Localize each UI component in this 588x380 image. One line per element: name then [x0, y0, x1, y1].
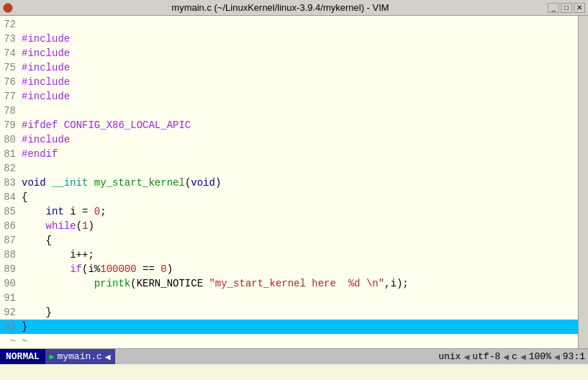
- line-content: #ifdef CONFIG_X86_LOCAL_APIC: [22, 118, 191, 132]
- window-controls: _ □ ✕: [548, 3, 585, 13]
- maximize-button[interactable]: □: [561, 3, 572, 13]
- window-title: mymain.c (~/LinuxKernel/linux-3.9.4/myke…: [13, 2, 548, 13]
- table-row: 76#include: [0, 75, 578, 89]
- play-icon: ▶: [50, 352, 55, 361]
- line-content: #include: [22, 60, 76, 75]
- line-content: int i = 0;: [22, 204, 107, 219]
- line-number: 72: [0, 17, 22, 32]
- line-content: while(1): [22, 219, 94, 233]
- status-right: unix ◀ utf-8 ◀ c ◀ 100% ◀ 93:1: [115, 351, 588, 363]
- line-number: 89: [0, 262, 22, 276]
- vim-mode: NORMAL: [0, 349, 45, 364]
- table-row: 73#include: [0, 32, 578, 46]
- line-content: #include: [22, 132, 76, 147]
- line-content: [22, 161, 27, 176]
- table-row: 91: [0, 291, 578, 305]
- table-row: 87 {: [0, 233, 578, 248]
- line-content: #include: [22, 75, 76, 89]
- table-row: 86 while(1): [0, 219, 578, 233]
- line-content: i++;: [22, 248, 94, 262]
- line-number: 79: [0, 118, 22, 132]
- table-row: 90 printk(KERN_NOTICE "my_start_kernel h…: [0, 276, 578, 291]
- line-number: 90: [0, 276, 22, 291]
- table-row: 80#include: [0, 132, 578, 147]
- table-row: 84{: [0, 190, 578, 204]
- line-content: ~: [22, 334, 27, 348]
- table-row: 79#ifdef CONFIG_X86_LOCAL_APIC: [0, 118, 578, 132]
- line-content: }: [22, 320, 27, 334]
- line-content: {: [22, 233, 52, 248]
- table-row: 85 int i = 0;: [0, 204, 578, 219]
- line-content: [22, 291, 27, 305]
- line-content: #include: [22, 89, 76, 104]
- line-number: 92: [0, 305, 22, 320]
- line-number: 83: [0, 176, 22, 190]
- line-content: [22, 17, 27, 32]
- line-number: 88: [0, 248, 22, 262]
- close-button[interactable]: ✕: [574, 3, 585, 13]
- scrollbar[interactable]: [578, 16, 588, 348]
- status-filetype: c: [512, 351, 517, 362]
- line-number: 77: [0, 89, 22, 104]
- line-content: printk(KERN_NOTICE "my_start_kernel here…: [22, 276, 409, 291]
- status-position: 93:1: [563, 351, 585, 362]
- line-number: 91: [0, 291, 22, 305]
- status-percent: 100%: [529, 351, 551, 362]
- table-row: 92 }: [0, 305, 578, 320]
- sep1: ◀: [463, 351, 469, 363]
- table-row: 82: [0, 161, 578, 176]
- line-content: #endif: [22, 147, 58, 161]
- table-row: 81#endif: [0, 147, 578, 161]
- minimize-button[interactable]: _: [548, 3, 559, 13]
- line-content: [22, 104, 27, 118]
- line-number: 84: [0, 190, 22, 204]
- sep4: ◀: [554, 351, 560, 363]
- line-content: void __init my_start_kernel(void): [22, 176, 221, 190]
- window-dot: [3, 3, 13, 13]
- line-number: 81: [0, 147, 22, 161]
- table-row: 89 if(i%100000 == 0): [0, 262, 578, 276]
- line-number: 80: [0, 132, 22, 147]
- status-filename-block: ▶ mymain.c ◀: [45, 349, 115, 364]
- editor-area: 72 73#include 74#include 75#include 76#i…: [0, 16, 588, 348]
- table-row: 78: [0, 104, 578, 118]
- line-number: 74: [0, 46, 22, 60]
- code-area[interactable]: 72 73#include 74#include 75#include 76#i…: [0, 16, 578, 348]
- line-content: if(i%100000 == 0): [22, 262, 173, 276]
- sep2: ◀: [503, 351, 509, 363]
- line-number: 86: [0, 219, 22, 233]
- status-filename-end: ◀: [105, 351, 111, 363]
- titlebar: mymain.c (~/LinuxKernel/linux-3.9.4/myke…: [0, 0, 588, 16]
- line-content: #include: [22, 46, 76, 60]
- line-number: 87: [0, 233, 22, 248]
- table-row: 83void __init my_start_kernel(void): [0, 176, 578, 190]
- table-row: 75#include: [0, 60, 578, 75]
- table-row: ~~: [0, 334, 578, 348]
- table-row: 77#include: [0, 89, 578, 104]
- line-number: 76: [0, 75, 22, 89]
- line-number: 78: [0, 104, 22, 118]
- status-filename: mymain.c: [57, 351, 101, 362]
- line-number: 73: [0, 32, 22, 46]
- line-number: 82: [0, 161, 22, 176]
- table-row: 93}: [0, 320, 578, 334]
- table-row: 74#include: [0, 46, 578, 60]
- statusbar: NORMAL ▶ mymain.c ◀ unix ◀ utf-8 ◀ c ◀ 1…: [0, 348, 588, 364]
- line-number: ~: [0, 334, 22, 348]
- line-number: 75: [0, 60, 22, 75]
- table-row: 88 i++;: [0, 248, 578, 262]
- sep3: ◀: [520, 351, 526, 363]
- status-unix: unix: [438, 351, 461, 362]
- status-encoding: utf-8: [472, 351, 500, 362]
- line-content: {: [22, 190, 27, 204]
- line-number: 85: [0, 204, 22, 219]
- table-row: 72: [0, 17, 578, 32]
- line-content: }: [22, 305, 52, 320]
- line-content: #include: [22, 32, 76, 46]
- line-number: 93: [0, 320, 22, 334]
